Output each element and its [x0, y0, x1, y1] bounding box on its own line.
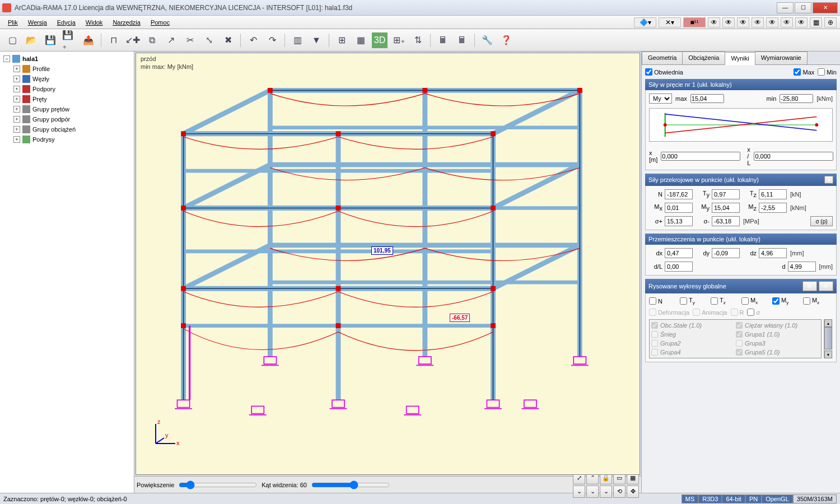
expand-icon[interactable]: + [13, 106, 20, 113]
redo-icon[interactable]: ↷ [264, 32, 280, 48]
grid-icon[interactable]: ▦ [810, 17, 822, 27]
xl-value-input[interactable] [754, 152, 833, 161]
array-icon[interactable]: ⊞₊ [391, 32, 407, 48]
zoom-slider[interactable] [179, 480, 257, 490]
close-button[interactable]: ✕ [813, 2, 838, 13]
tree-item-wezly[interactable]: + Węzły [2, 74, 132, 84]
calculator2-icon[interactable]: 🖩 [454, 32, 470, 48]
export-icon[interactable]: 📤 [81, 32, 96, 48]
scroll-up-icon[interactable]: ▴ [824, 319, 832, 327]
model-viewport[interactable]: przód min max: My [kNm] [136, 53, 640, 475]
sigma-p-button[interactable]: σ (p) [810, 216, 833, 226]
tree-item-podrysy[interactable]: + Podrysy [2, 134, 132, 144]
min-checkbox[interactable] [818, 68, 825, 76]
eye-icon-3[interactable]: 👁 [737, 17, 749, 27]
eye-btn-1[interactable]: 👁 [802, 281, 817, 291]
d-input[interactable] [788, 262, 816, 272]
mirror-icon[interactable]: ⤡ [201, 32, 217, 48]
menu-edycja[interactable]: Edycja [53, 17, 80, 27]
loadcase-list[interactable]: Obc.Stałe (1.0) Ciężar własny (1.0) Śnie… [649, 319, 822, 358]
grid-settings-icon[interactable]: ▥ [290, 32, 305, 48]
dl-input[interactable] [665, 262, 693, 272]
dy-input[interactable] [712, 248, 740, 258]
menu-pomoc[interactable]: Pomoc [146, 17, 174, 27]
tree-item-prety[interactable]: + Pręty [2, 94, 132, 104]
mesh-icon[interactable]: ⊞ [334, 32, 349, 48]
dx-input[interactable] [665, 248, 693, 258]
help-icon[interactable]: ❓ [498, 32, 514, 48]
scroll-down-icon[interactable]: ▾ [824, 351, 832, 358]
frame-icon[interactable]: ⊓ [106, 32, 122, 48]
filter-icon[interactable]: ▼ [309, 32, 324, 48]
expand-icon[interactable]: + [13, 116, 20, 123]
expand-icon[interactable]: + [13, 96, 20, 102]
eye-icon-6[interactable]: 👁 [781, 17, 793, 27]
tab-obciazenia[interactable]: Obciążenia [682, 52, 725, 64]
nav-rotate-icon[interactable]: ⟲ [613, 486, 626, 498]
table-icon[interactable]: ▦ [353, 32, 368, 48]
view-mode-dropdown-2[interactable]: ✕▾ [659, 17, 681, 27]
eye-icon-7[interactable]: 👁 [795, 17, 808, 27]
ty-input[interactable] [712, 189, 740, 199]
view-3d-icon[interactable]: 3D [372, 32, 388, 48]
my-input[interactable] [712, 203, 740, 213]
chk-mz[interactable] [803, 297, 810, 305]
sigma-minus-input[interactable] [712, 216, 740, 226]
copy-icon[interactable]: ⧉ [144, 32, 160, 48]
status-ms[interactable]: MS [682, 494, 699, 503]
eye-icon-4[interactable]: 👁 [752, 17, 764, 27]
add-node-icon[interactable]: ↙✚ [125, 32, 141, 48]
loadcase-scrollbar[interactable]: ▴ ▾ [824, 319, 833, 358]
tz-input[interactable] [759, 189, 787, 199]
menu-widok[interactable]: Widok [81, 17, 108, 27]
x-value-input[interactable] [661, 152, 740, 161]
sigma-plus-input[interactable] [665, 216, 693, 226]
section-menu-icon[interactable]: ▾ [824, 176, 833, 184]
menu-plik[interactable]: Plik [3, 17, 22, 27]
nav-down-icon[interactable]: ⌄ [586, 486, 599, 498]
status-r3d3[interactable]: R3D3 [698, 494, 722, 503]
settings-icon[interactable]: 🔧 [479, 32, 495, 48]
calculator-icon[interactable]: 🖩 [435, 32, 451, 48]
tree-item-profile[interactable]: + Profile [2, 64, 132, 74]
tree-item-grupy-obciazen[interactable]: + Grupy obciążeń [2, 124, 132, 134]
min-value-input[interactable] [780, 94, 813, 103]
mz-input[interactable] [759, 203, 787, 213]
max-checkbox[interactable] [794, 68, 801, 76]
open-file-icon[interactable]: 📂 [24, 32, 39, 48]
scroll-thumb[interactable] [824, 327, 832, 349]
delete-icon[interactable]: ✖ [220, 32, 236, 48]
tree-item-grupy-pretow[interactable]: + Grupy prętów [2, 104, 132, 114]
nav-left-icon[interactable]: ⌄ [573, 486, 585, 498]
tab-wyniki[interactable]: Wyniki [725, 52, 755, 65]
max-value-input[interactable] [690, 94, 724, 103]
new-file-icon[interactable]: ▢ [4, 32, 20, 48]
dz-input[interactable] [759, 248, 787, 258]
undo-icon[interactable]: ↶ [245, 32, 261, 48]
eye-icon-5[interactable]: 👁 [766, 17, 778, 27]
menu-narzedzia[interactable]: Narzędzia [108, 17, 145, 27]
envelope-checkbox[interactable] [645, 68, 652, 76]
expand-icon[interactable]: + [13, 76, 20, 82]
maximize-button[interactable]: ☐ [795, 2, 811, 13]
toggle-red-11[interactable]: ■¹¹ [683, 17, 706, 27]
expand-icon[interactable]: + [13, 86, 20, 92]
expand-icon[interactable]: + [13, 136, 20, 143]
tree-root[interactable]: − hala1 [2, 54, 132, 64]
tree-item-podpory[interactable]: + Podpory [2, 84, 132, 94]
nav-pan-icon[interactable]: ✥ [627, 486, 639, 498]
eye-icon-2[interactable]: 👁 [722, 17, 735, 27]
tree-item-grupy-podpor[interactable]: + Grupy podpór [2, 114, 132, 124]
save-icon[interactable]: 💾 [43, 32, 58, 48]
nav-right-icon[interactable]: ⌄ [600, 486, 612, 498]
menu-wersja[interactable]: Wersja [24, 17, 52, 27]
expand-icon[interactable]: + [13, 66, 20, 72]
move-icon[interactable]: ↗ [163, 32, 179, 48]
fov-slider[interactable] [311, 480, 390, 490]
tab-wymiarowanie[interactable]: Wymiarowanie [755, 52, 808, 64]
expand-icon[interactable]: ⊕ [824, 17, 837, 27]
eye-icon-1[interactable]: 👁 [708, 17, 720, 27]
chk-tz[interactable] [711, 297, 718, 305]
save-as-icon[interactable]: 💾₊ [62, 32, 77, 48]
force-component-select[interactable]: My [649, 94, 672, 104]
